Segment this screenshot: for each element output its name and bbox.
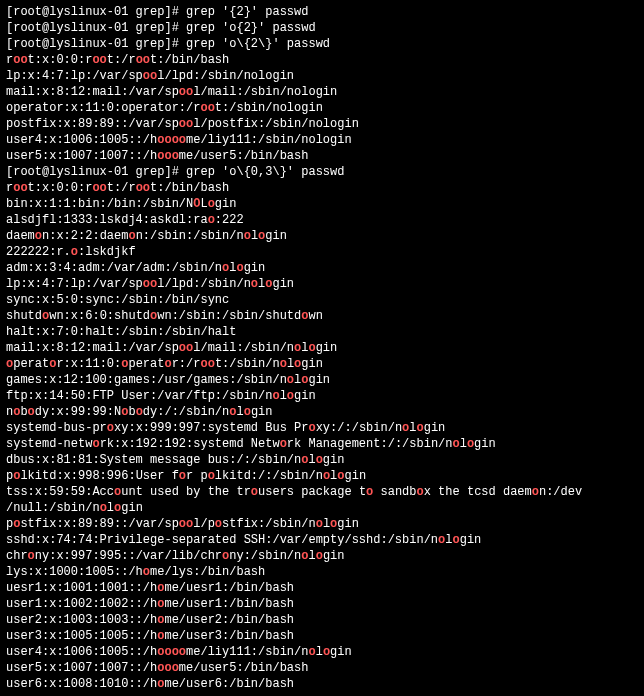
highlight-match: oo [136, 53, 150, 67]
highlight-match: o [316, 453, 323, 467]
output-line: /null:/sbin/nologin [6, 500, 638, 516]
output-line: root:x:0:0:root:/root:/bin/bash [6, 52, 638, 68]
shell-prompt[interactable]: [root@lyslinux-01 grep]# grep 'o\{0,3\}'… [6, 164, 638, 180]
output-line: user6:x:1008:1010::/home/user6:/bin/bash [6, 676, 638, 692]
highlight-match: o [287, 389, 294, 403]
output-line: postfix:x:89:89::/var/spool/postfix:/sbi… [6, 116, 638, 132]
output-line: lp:x:4:7:lp:/var/spool/lpd:/sbin/nologin [6, 68, 638, 84]
output-line: user4:x:1006:1005::/hoooome/liy111:/sbin… [6, 132, 638, 148]
terminal-output[interactable]: [root@lyslinux-01 grep]# grep '{2}' pass… [0, 0, 644, 696]
highlight-match: o [208, 213, 215, 227]
highlight-match: o [308, 421, 315, 435]
highlight-match: o [215, 517, 222, 531]
output-line: postfix:x:89:89::/var/spool/postfix:/sbi… [6, 516, 638, 532]
output-line: 222222:r.o:lskdjkf [6, 244, 638, 260]
highlight-match: o [272, 389, 279, 403]
output-line: tss:x:59:59:Account used by the trousers… [6, 484, 638, 500]
highlight-match: o [35, 229, 42, 243]
output-line: lp:x:4:7:lp:/var/spool/lpd:/sbin/nologin [6, 276, 638, 292]
highlight-match: o [179, 469, 186, 483]
highlight-match: o [287, 373, 294, 387]
output-line: user2:x:1003:1003::/home/user2:/bin/bash [6, 612, 638, 628]
output-line: user1:x:1002:1002::/home/user1:/bin/bash [6, 596, 638, 612]
highlight-match: o [417, 421, 424, 435]
output-line: operator:x:11:0:operator:/root:/sbin/nol… [6, 100, 638, 116]
highlight-match: o [208, 469, 215, 483]
highlight-match: o [236, 261, 243, 275]
highlight-match: o [71, 245, 78, 259]
highlight-match: ooo [157, 149, 179, 163]
highlight-match: oo [179, 85, 193, 99]
highlight-match: o [308, 341, 315, 355]
highlight-match: o [28, 549, 35, 563]
highlight-match: o [143, 565, 150, 579]
highlight-match: o [417, 485, 424, 499]
highlight-match: oooo [157, 133, 186, 147]
highlight-match: o [251, 485, 258, 499]
output-line: user4:x:1006:1005::/hoooome/liy111:/sbin… [6, 644, 638, 660]
highlight-match: oo [13, 181, 27, 195]
highlight-match: o [280, 357, 287, 371]
output-line: chrony:x:997:995::/var/lib/chrony:/sbin/… [6, 548, 638, 564]
output-line: mail:x:8:12:mail:/var/spool/mail:/sbin/n… [6, 340, 638, 356]
highlight-match: o [100, 501, 107, 515]
highlight-match: ooo [157, 661, 179, 675]
output-line: root:x:0:0:root:/root:/bin/bash [6, 180, 638, 196]
highlight-match: oo [179, 517, 193, 531]
highlight-match: o [323, 469, 330, 483]
highlight-match: o [452, 533, 459, 547]
highlight-match: o [532, 485, 539, 499]
highlight-match: oo [136, 181, 150, 195]
output-line: user3:x:1005:1005::/home/user3:/bin/bash [6, 628, 638, 644]
highlight-match: o [316, 549, 323, 563]
output-line: shutdown:x:6:0:shutdown:/sbin:/sbin/shut… [6, 308, 638, 324]
highlight-match: oo [200, 357, 214, 371]
output-line: operator:x:11:0:operator:/root:/sbin/nol… [6, 356, 638, 372]
highlight-match: o [28, 405, 35, 419]
highlight-match: o [323, 645, 330, 659]
highlight-match: o [92, 437, 99, 451]
output-line: sync:x:5:0:sync:/sbin:/bin/sync [6, 292, 638, 308]
output-line: user5:x:1007:1007::/hooome/user5:/bin/ba… [6, 660, 638, 676]
highlight-match: oo [13, 53, 27, 67]
highlight-match: o [244, 229, 251, 243]
highlight-match: o [164, 357, 171, 371]
highlight-match: o [136, 405, 143, 419]
shell-prompt[interactable]: [root@lyslinux-01 grep]# grep 'o\{2\}' p… [6, 36, 638, 52]
shell-prompt[interactable]: [root@lyslinux-01 grep]# grep '{2}' pass… [6, 4, 638, 20]
highlight-match: oo [143, 69, 157, 83]
output-line: nobody:x:99:99:Nobody:/:/sbin/nologin [6, 404, 638, 420]
output-line: games:x:12:100:games:/usr/games:/sbin/no… [6, 372, 638, 388]
output-line: bin:x:1:1:bin:/bin:/sbin/NOLogin [6, 196, 638, 212]
output-line: systemd-network:x:192:192:systemd Networ… [6, 436, 638, 452]
output-line: halt:x:7:0:halt:/sbin:/sbin/halt [6, 324, 638, 340]
output-line: polkitd:x:998:996:User for polkitd:/:/sb… [6, 468, 638, 484]
highlight-match: oo [92, 53, 106, 67]
highlight-match: oo [143, 277, 157, 291]
highlight-match: o [179, 645, 186, 659]
highlight-match: o [244, 405, 251, 419]
highlight-match: ooo [157, 645, 179, 659]
output-line: alsdjfl:1333:lskdj4:askdl:rao:222 [6, 212, 638, 228]
output-line: lys:x:1000:1005::/home/lys:/bin/bash [6, 564, 638, 580]
highlight-match: o [308, 645, 315, 659]
shell-prompt[interactable]: [root@lyslinux-01 grep]# grep 'o{2}' pas… [6, 20, 638, 36]
output-line: daemon:x:2:2:daemon:/sbin:/sbin/nologin [6, 228, 638, 244]
output-line: ftp:x:14:50:FTP User:/var/ftp:/sbin/nolo… [6, 388, 638, 404]
highlight-match: o [337, 469, 344, 483]
highlight-match: o [453, 437, 460, 451]
output-line: systemd-bus-proxy:x:999:997:systemd Bus … [6, 420, 638, 436]
output-line: dbus:x:81:81:System message bus:/:/sbin/… [6, 452, 638, 468]
highlight-match: oo [179, 341, 193, 355]
output-line: user5:x:1007:1007::/hooome/user5:/bin/ba… [6, 148, 638, 164]
output-line: uesr1:x:1001:1001::/home/uesr1:/bin/bash [6, 580, 638, 596]
highlight-match: oo [179, 117, 193, 131]
highlight-match: o [251, 277, 258, 291]
highlight-match: oo [92, 181, 106, 195]
highlight-match: oo [200, 101, 214, 115]
highlight-match: o [280, 437, 287, 451]
highlight-match: o [208, 197, 215, 211]
highlight-match: o [316, 517, 323, 531]
highlight-match: o [107, 421, 114, 435]
highlight-match: o [128, 229, 135, 243]
